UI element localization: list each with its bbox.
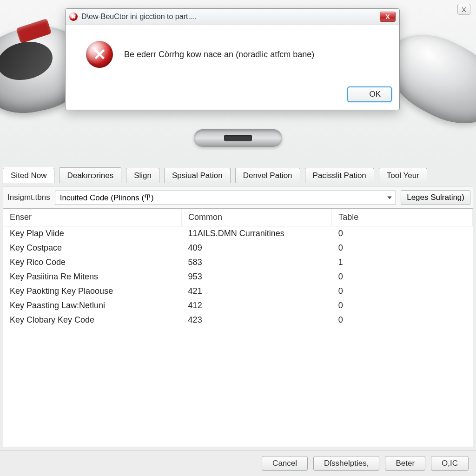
oic-button[interactable]: O,IC <box>431 456 469 471</box>
table-row[interactable]: Key Pasiitina Re Mitens 953 0 <box>3 270 473 284</box>
tab-deakinorines[interactable]: Deakınɔrines <box>59 167 121 183</box>
tab-denvel-pation[interactable]: Denvel Pation <box>235 168 300 183</box>
cell-table: 0 <box>332 313 473 327</box>
cell-enser: Key Rico Code <box>3 255 182 270</box>
dropdown-value: Incuited Code (Plinons (Ͳ) <box>60 193 154 202</box>
leges-sulrating-button[interactable]: Leges Sulrating) <box>401 190 470 205</box>
tab-spsiual-pation[interactable]: Spsiual Pation <box>164 168 231 183</box>
cell-common: 11AILS.DMN Curranitines <box>182 226 332 241</box>
table-header-row: Enser Common Table <box>3 209 473 226</box>
dialog-close-button[interactable]: X <box>380 12 396 22</box>
cell-common: 953 <box>182 270 332 284</box>
table-row[interactable]: Key Paokting Key Plaoouse 421 0 <box>3 284 473 298</box>
col-enser[interactable]: Enser <box>3 209 182 226</box>
cell-enser: Key Pasiitina Re Mitens <box>3 270 182 284</box>
cell-enser: Key Clobary Key Code <box>3 313 182 327</box>
close-icon: X <box>462 6 466 13</box>
error-dialog: ✖ D\ew-BeuCtor ini gicction to part.... … <box>65 8 400 110</box>
window-close-button[interactable]: X <box>457 4 470 15</box>
tab-sited-now[interactable]: Sited Now <box>3 168 54 183</box>
cell-enser: Key Paokting Key Plaoouse <box>3 284 182 298</box>
tab-pacisslit-pation[interactable]: Pacisslit Pation <box>305 168 374 183</box>
close-icon: X <box>385 13 390 20</box>
cell-table: 0 <box>332 226 473 241</box>
disshelpties-button[interactable]: Dſsshelpties, <box>313 456 379 471</box>
cell-common: 409 <box>182 241 332 255</box>
cancel-button[interactable]: Cancel <box>262 456 308 471</box>
dialog-title: D\ew-BeuCtor ini gicction to part.... <box>81 13 376 21</box>
dropdown-label: Insigmt.tbns <box>6 193 50 202</box>
table-row[interactable]: Key Clobary Key Code 423 0 <box>3 313 473 327</box>
table-row[interactable]: Key Paasting Law:Netluni 412 0 <box>3 298 473 313</box>
cell-common: 583 <box>182 255 332 270</box>
dialog-body: ✕ Be ederr Còrrhg kow nace an (noradlic … <box>66 25 399 82</box>
bottom-button-bar: Cancel Dſsshelpties, Beter O,IC <box>0 450 476 476</box>
dialog-message: Be ederr Còrrhg kow nace an (noradlic at… <box>124 50 314 60</box>
table-row[interactable]: Key Costpace 409 0 <box>3 241 473 255</box>
tab-bar: Sited Now Deakınɔrines Slign Spsiual Pat… <box>3 167 473 183</box>
beter-button[interactable]: Beter <box>385 456 425 471</box>
cell-common: 412 <box>182 298 332 313</box>
col-table[interactable]: Table <box>332 209 473 226</box>
cell-table: 0 <box>332 241 473 255</box>
tab-tool-yeur[interactable]: Tool Yeur <box>379 168 427 183</box>
dialog-titlebar: ✖ D\ew-BeuCtor ini gicction to part.... … <box>66 9 399 25</box>
data-table: Enser Common Table Key Plap Viide 11AILS… <box>3 208 473 447</box>
dialog-footer: OK <box>66 82 399 110</box>
cell-enser: Key Paasting Law:Netluni <box>3 298 182 313</box>
port-graphic <box>194 129 282 147</box>
filter-row: Insigmt.tbns Incuited Code (Plinons (Ͳ) … <box>3 186 473 209</box>
cell-enser: Key Plap Viide <box>3 226 182 241</box>
cell-enser: Key Costpace <box>3 241 182 255</box>
cell-table: 0 <box>332 284 473 298</box>
col-common[interactable]: Common <box>182 209 332 226</box>
tab-slign[interactable]: Slign <box>126 168 159 183</box>
error-title-icon: ✖ <box>69 13 78 21</box>
cell-table: 1 <box>332 255 473 270</box>
cell-common: 423 <box>182 313 332 327</box>
table-row[interactable]: Key Plap Viide 11AILS.DMN Curranitines 0 <box>3 226 473 241</box>
cell-common: 421 <box>182 284 332 298</box>
cell-table: 0 <box>332 270 473 284</box>
code-dropdown[interactable]: Incuited Code (Plinons (Ͳ) <box>55 191 397 205</box>
ok-button[interactable]: OK <box>347 86 392 102</box>
error-icon: ✕ <box>86 41 113 68</box>
cell-table: 0 <box>332 298 473 313</box>
table-row[interactable]: Key Rico Code 583 1 <box>3 255 473 270</box>
